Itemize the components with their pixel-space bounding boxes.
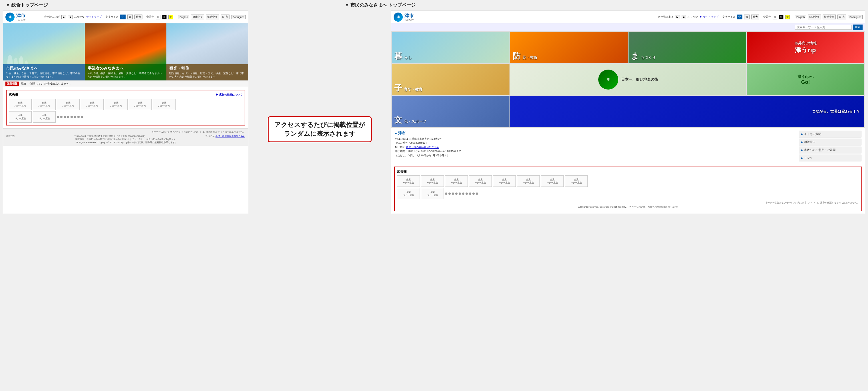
right-ad-item-3[interactable]: 企業バナー広告 — [445, 175, 468, 187]
bg-white-btn[interactable]: 白 — [156, 15, 160, 20]
tile-tsuurip2[interactable]: 津うripへ Go! — [747, 64, 864, 95]
lang-english-btn[interactable]: English — [178, 15, 189, 19]
tile-bun[interactable]: 文 化・スポーツ — [392, 96, 509, 127]
right-ad-item-2[interactable]: 企業バナー広告 — [421, 175, 444, 187]
tile-nihon-label: 日本一、短い地名の街 — [621, 77, 658, 82]
logo-icon: 津 — [5, 12, 14, 22]
right-section-label: 市民のみなさまへ トップページ — [345, 2, 415, 8]
quick-link-faq[interactable]: よくある質問 — [799, 131, 862, 137]
lang-sign-btn[interactable]: 日 言 — [221, 14, 229, 20]
hero-citizens[interactable]: 市民のみなさまへ 出生、税金、ごみ、子育て、地域情報、市民情報など、市民のみなさ… — [3, 23, 85, 80]
annotation-line2: ランダムに表示されます — [274, 129, 365, 138]
ad-item-4[interactable]: 企業バナー広告 — [81, 99, 103, 110]
tile-kurashi-sub: らし — [404, 55, 412, 60]
hero-overlay-business: 事業者のみなさまへ 入札情報、融資・補助金、雇用・労働など、事業者のみなさまへ向… — [85, 64, 166, 80]
right-city-info: 津市 〒514-8511 三重県津市西丸之内23番1号 （法人番号 700002… — [395, 131, 793, 161]
right-ad-item-4[interactable]: 企業バナー広告 — [469, 175, 492, 187]
tile-kurashi-kanji: 暮 — [394, 52, 402, 61]
right-audio-play-btn[interactable]: ▶ — [675, 15, 680, 19]
ad-item-9[interactable]: 企業バナー広告 — [33, 111, 56, 123]
text-size-large-btn[interactable]: 大 — [127, 14, 133, 20]
hero-desc-business: 入札情報、融資・補助金、雇用・労働など、事業者のみなさまへ向けた情報をご覧いただ… — [88, 72, 163, 79]
audio-stop-btn[interactable]: ■ — [68, 15, 72, 19]
hero-title-citizens: 市民のみなさまへ — [6, 66, 82, 71]
right-ad-item-8[interactable]: 企業バナー広告 — [565, 175, 588, 187]
quick-link-links[interactable]: リンク — [799, 155, 862, 161]
left-header-controls: 音声読み上げ ▶ ■ ふりがな サイトマップ 文字サイズ 中 大 特大 背景色 … — [44, 14, 246, 20]
quick-link-opinions[interactable]: 市政へのご意見・ご質問 — [799, 146, 862, 154]
footer-org: 津市役所 — [6, 135, 15, 138]
text-size-medium-btn[interactable]: 中 — [120, 14, 126, 20]
lang-traditional-btn[interactable]: 繁體中文 — [206, 14, 219, 20]
right-text-size-label: 文字サイズ — [722, 15, 735, 19]
right-ad-item-1[interactable]: 企業バナー広告 — [397, 175, 420, 187]
right-lang-sign-btn[interactable]: 日 言 — [837, 14, 846, 20]
quick-link-consultation[interactable]: 相談窓口 — [799, 139, 862, 145]
text-size-xlarge-btn[interactable]: 特大 — [134, 14, 143, 20]
right-main-area: 暮 らし 防 災・救急 ま ちづくり — [391, 31, 865, 128]
tile-machi[interactable]: ま ちづくり — [628, 32, 746, 63]
right-bg-white-btn[interactable]: 白 — [773, 15, 777, 20]
right-text-size-medium-btn[interactable]: 中 — [737, 14, 742, 20]
rdot-9 — [472, 193, 475, 195]
lang-simplified-btn[interactable]: 簡体中文 — [191, 14, 204, 20]
right-lang-simplified-btn[interactable]: 簡体中文 — [808, 14, 821, 20]
right-bg-black-btn[interactable]: 黒 — [779, 15, 783, 20]
search-btn[interactable]: 検索 — [853, 25, 863, 30]
ad-item-1[interactable]: 企業バナー広告 — [9, 99, 32, 110]
sitemap-label[interactable]: サイトマップ — [86, 15, 102, 19]
dot-2 — [60, 116, 63, 118]
ad-item-5[interactable]: 企業バナー広告 — [105, 99, 128, 110]
right-audio-stop-btn[interactable]: ■ — [682, 15, 686, 19]
ad-item-3[interactable]: 企業バナー広告 — [57, 99, 80, 110]
bg-color-label: 背景色 — [147, 15, 154, 19]
right-lang-traditional-btn[interactable]: 繁體中文 — [823, 14, 836, 20]
tile-kurashi[interactable]: 暮 らし — [392, 32, 509, 63]
audio-label: 音声読み上げ — [44, 15, 60, 19]
ad-item-7[interactable]: 企業バナー広告 — [153, 99, 176, 110]
right-bg-yellow-btn[interactable]: 黄 — [785, 15, 790, 20]
ad-item-8[interactable]: 企業バナー広告 — [9, 111, 32, 123]
tile-ko-sub: 育て・教育 — [404, 87, 423, 92]
right-text-size-xlarge-btn[interactable]: 特大 — [751, 14, 759, 20]
right-furigana-label: ふりがな — [688, 15, 698, 19]
ad-item-6[interactable]: 企業バナー広告 — [129, 99, 152, 110]
dot-5 — [70, 116, 73, 118]
tile-sodachi[interactable]: 子 育て・教育 — [392, 64, 509, 95]
right-logo: 津 津市 Tsu City — [394, 12, 413, 22]
footer-hours: 開庁時間：月曜日から金曜日の8時30分から17時15分まで（ただし、12月29日… — [6, 138, 245, 141]
alert-badge: 緊急情報 — [5, 82, 19, 86]
left-footer: 各バナー広告およびそのリンク先の内容については、津市が保証するものではありません… — [3, 128, 248, 146]
right-ad-item-7[interactable]: 企業バナー広告 — [541, 175, 564, 187]
right-sitemap-label[interactable]: ▶ サイトマップ — [700, 15, 718, 19]
right-ad-item-6[interactable]: 企業バナー広告 — [517, 175, 540, 187]
logo-roman: Tsu City — [16, 18, 25, 22]
right-text-size-large-btn[interactable]: 大 — [744, 14, 749, 20]
right-lang-portuguese-btn[interactable]: Português — [848, 15, 863, 19]
right-tel-link[interactable]: 各部・課の電話番号はこちら — [406, 146, 439, 149]
bg-black-btn[interactable]: 黒 — [162, 15, 167, 20]
right-ad-item-9[interactable]: 企業バナー広告 — [397, 188, 420, 199]
right-ad-item-10[interactable]: 企業バナー広告 — [421, 188, 444, 199]
tile-nihon[interactable]: 津 日本一、短い地名の街 — [510, 64, 746, 95]
audio-play-btn[interactable]: ▶ — [61, 15, 66, 19]
dot-3 — [64, 116, 66, 118]
right-ad-item-5[interactable]: 企業バナー広告 — [493, 175, 516, 187]
search-input[interactable] — [795, 25, 852, 30]
tile-bousai-kanji: 防 — [513, 52, 520, 61]
bg-yellow-btn[interactable]: 黄 — [168, 15, 173, 20]
right-site-header: 津 津市 Tsu City 音声読み上げ ▶ ■ ふりがな ▶ サイトマップ 文… — [391, 11, 865, 23]
tile-ma-sub: ちづくり — [641, 55, 656, 60]
lang-portuguese-btn[interactable]: Português — [231, 15, 246, 19]
ad-item-2[interactable]: 企業バナー広告 — [33, 99, 56, 110]
right-lang-english-btn[interactable]: English — [795, 15, 806, 19]
tile-bousai[interactable]: 防 災・救急 — [510, 32, 628, 63]
tile-tsuagaru[interactable]: つながる、世界は変わる！？ — [510, 96, 864, 127]
furigana-label: ふりがな — [74, 15, 85, 19]
footer-tel-link[interactable]: 各部・課の電話番号はこちら — [216, 135, 245, 137]
hero-tourism[interactable]: 観光・移住 観光情報、イベント情報、歴史・文化、移住・定住など、津に市外の方へ向… — [166, 23, 248, 80]
tile-tsuagaru-label: つながる、世界は変わる！？ — [812, 109, 860, 114]
tile-tsuurip[interactable]: 市外向け情報 津うrip — [747, 32, 864, 63]
hero-business[interactable]: 事業者のみなさまへ 入札情報、融資・補助金、雇用・労働など、事業者のみなさまへ向… — [85, 23, 166, 80]
ad-link[interactable]: ▶ 広告の掲載について — [216, 93, 242, 97]
